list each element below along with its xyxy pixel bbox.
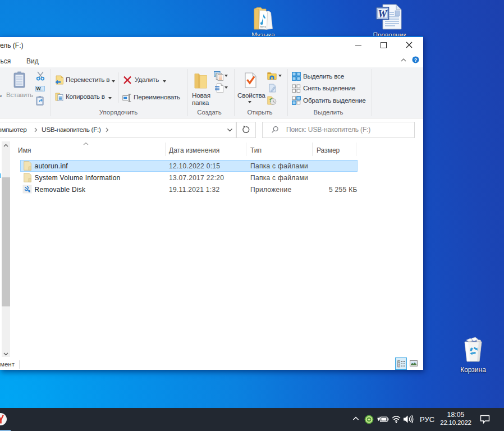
svg-text:...: ... [40, 87, 44, 91]
svg-text:W: W [378, 8, 388, 20]
svg-text:?: ? [414, 57, 418, 63]
svg-text:MP3: MP3 [260, 25, 267, 28]
